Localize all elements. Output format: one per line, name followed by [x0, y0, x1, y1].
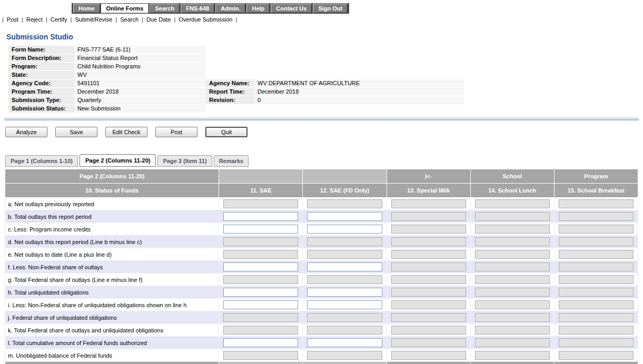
separator: |	[71, 16, 72, 23]
form-info-row: Submission Type:QuarterlyRevision:0	[8, 96, 464, 105]
input-l-11-sae[interactable]	[223, 338, 298, 347]
action-overdue-submission-link[interactable]: Overdue Submission	[179, 16, 232, 23]
nav-contact-us-button[interactable]: Contact Us	[271, 4, 312, 13]
info-label: Form Name:	[8, 46, 74, 54]
grid-cell	[470, 198, 554, 210]
input-b-11-sae[interactable]	[223, 212, 298, 221]
input-i-13-special-milk	[391, 300, 466, 309]
info-label: Report Time:	[206, 88, 254, 96]
action-post-link[interactable]: Post	[7, 16, 18, 23]
grid-cell	[554, 337, 638, 349]
quit-button[interactable]: Quit	[205, 127, 248, 137]
input-c-13-special-milk	[391, 225, 466, 234]
input-c-11-sae[interactable]	[223, 225, 298, 234]
input-f-15-school-breakfast	[559, 262, 634, 271]
nav-sign-out-button[interactable]: Sign Out	[313, 4, 348, 13]
grid-cell	[219, 210, 303, 223]
input-b-12-sae-fd-only[interactable]	[307, 212, 382, 221]
grid-row-c: c. Less: Program income credits	[5, 223, 638, 236]
action-reject-link[interactable]: Reject	[26, 16, 43, 23]
input-f-13-special-milk	[391, 262, 466, 271]
grid-row-l: l. Total cumulative amount of Federal fu…	[5, 337, 638, 349]
edit-check-button[interactable]: Edit Check	[105, 127, 147, 137]
grid-cell	[387, 349, 470, 362]
input-f-14-school-lunch	[475, 262, 550, 271]
info-value: Quarterly	[74, 96, 206, 105]
tab-page-2-columns-11-20[interactable]: Page 2 (Columns 11-20)	[80, 154, 156, 167]
grid-cell	[470, 324, 554, 337]
analyze-button[interactable]: Analyze	[5, 127, 47, 137]
form-info-row: Program Time:December 2018Report Time:De…	[8, 88, 464, 96]
grid-body: a. Net outlays previously reportedb. Tot…	[5, 198, 638, 364]
special-header-blank	[219, 362, 303, 364]
info-value: FNS-777 SAE (6-11)	[74, 46, 206, 54]
save-button[interactable]: Save	[55, 127, 97, 137]
action-submit-revise-link[interactable]: Submit/Revise	[75, 16, 112, 23]
info-filler	[206, 46, 464, 54]
special-header-sbp: SBP	[554, 362, 638, 364]
input-l-12-sae-fd-only[interactable]	[307, 338, 382, 347]
input-g-13-special-milk	[391, 275, 466, 284]
nav-online-forms-button[interactable]: Online Forms	[101, 4, 149, 13]
input-k-13-special-milk	[391, 326, 466, 335]
special-header-nslp: NSLP	[470, 362, 554, 364]
grid-cell	[303, 274, 387, 286]
grid-cell	[303, 286, 387, 299]
input-g-14-school-lunch	[475, 275, 550, 284]
info-label: Agency Name:	[206, 79, 254, 88]
info-value: New Submission	[74, 105, 206, 113]
top-nav-buttons: HomeOnline FormsSearchFNS-648Admin.HelpC…	[72, 3, 349, 14]
info-value: December 2018	[254, 88, 464, 96]
input-a-15-school-breakfast	[559, 199, 634, 208]
grid-cell	[470, 223, 554, 236]
grid-cell	[387, 210, 470, 223]
post-button[interactable]: Post	[155, 127, 197, 137]
row-label: i. Less: Non-Federal share of unliquidat…	[5, 299, 219, 311]
grid-cell	[470, 337, 554, 349]
special-section-label: Enter amount federal outlays & unpaid ob…	[5, 362, 219, 364]
grid-cell	[387, 311, 470, 324]
info-value: Child Nutrition Programs	[74, 63, 206, 71]
nav-fns-648-button[interactable]: FNS-648	[181, 4, 214, 13]
grid-cell	[470, 210, 554, 223]
nav-search-button[interactable]: Search	[150, 4, 180, 13]
nav-help-button[interactable]: Help	[246, 4, 270, 13]
action-search-link[interactable]: Search	[120, 16, 139, 23]
special-section-header-row: Enter amount federal outlays & unpaid ob…	[5, 362, 638, 364]
action-certify-link[interactable]: Certify	[51, 16, 67, 23]
input-i-11-sae[interactable]	[223, 300, 298, 309]
input-f-11-sae[interactable]	[223, 262, 298, 271]
grid-cell	[554, 248, 638, 261]
action-due-date-link[interactable]: Due Date	[146, 16, 171, 23]
grid-cell	[470, 274, 554, 286]
input-h-11-sae[interactable]	[223, 288, 298, 297]
grid-row-a: a. Net outlays previously reported	[5, 198, 638, 210]
input-i-12-sae-fd-only[interactable]	[307, 300, 382, 309]
column-header-14-school-lunch: 14. School Lunch	[470, 184, 554, 198]
row-label: k. Total Federal share of outlays and un…	[5, 324, 219, 337]
input-h-12-sae-fd-only[interactable]	[307, 288, 382, 297]
column-header-13-special-milk: 13. Special Milk	[387, 184, 470, 198]
input-f-12-sae-fd-only[interactable]	[307, 262, 382, 271]
row-label: m. Unobligated balance of Federal funds	[5, 349, 219, 362]
input-a-12-sae-fd-only	[307, 199, 382, 208]
tab-remarks[interactable]: Remarks	[214, 155, 249, 167]
tab-page-3-item-11[interactable]: Page 3 (Item 11)	[157, 155, 212, 167]
input-k-11-sae	[223, 326, 298, 335]
input-l-13-special-milk	[391, 338, 466, 347]
grid-cell	[470, 299, 554, 311]
row-label: l. Total cumulative amount of Federal fu…	[5, 337, 219, 349]
nav-home-button[interactable]: Home	[73, 4, 100, 13]
info-filler	[206, 105, 464, 113]
grid-cell	[303, 324, 387, 337]
info-filler	[206, 54, 464, 63]
input-c-12-sae-fd-only[interactable]	[307, 225, 382, 234]
input-j-14-school-lunch	[475, 313, 550, 322]
nav-admin-button[interactable]: Admin.	[215, 4, 245, 13]
input-b-13-special-milk	[391, 212, 466, 221]
row-label: d. Net outlays this report period (Line …	[5, 236, 219, 248]
group-header-blank	[219, 169, 303, 184]
tab-page-1-columns-1-10[interactable]: Page 1 (Columns 1-10)	[5, 155, 78, 167]
separator: |	[46, 16, 47, 23]
action-menu: |Post|Reject|Certify|Submit/Revise|Searc…	[0, 14, 643, 25]
